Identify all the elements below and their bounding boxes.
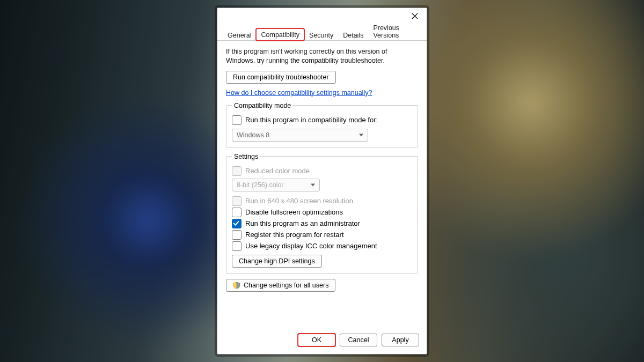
change-all-users-button[interactable]: Change settings for all users: [226, 279, 335, 292]
tab-body: If this program isn't working correctly …: [217, 41, 427, 329]
settings-group: Settings Reduced color mode 8-bit (256) …: [226, 153, 418, 274]
tab-compatibility[interactable]: Compatibility: [256, 28, 304, 41]
disable-fullscreen-checkbox[interactable]: [232, 208, 241, 217]
reduced-color-label: Reduced color mode: [245, 167, 310, 175]
close-icon: [412, 13, 418, 19]
low-res-label: Run in 640 x 480 screen resolution: [245, 197, 353, 205]
dialog-footer: OK Cancel Apply: [217, 329, 427, 354]
disable-fullscreen-label: Disable fullscreen optimizations: [245, 208, 343, 216]
tab-previous-versions[interactable]: Previous Versions: [368, 21, 427, 41]
register-restart-checkbox[interactable]: [232, 230, 241, 240]
manual-settings-link[interactable]: How do I choose compatibility settings m…: [226, 89, 418, 97]
compatibility-mode-legend: Compatibility mode: [232, 102, 293, 109]
settings-legend: Settings: [232, 153, 260, 160]
compat-mode-select[interactable]: Windows 8: [232, 129, 368, 142]
shield-icon: [233, 282, 240, 289]
tab-general[interactable]: General: [223, 29, 256, 41]
legacy-icc-label: Use legacy display ICC color management: [245, 242, 377, 250]
color-depth-select: 8-bit (256) color: [232, 179, 320, 191]
run-as-admin-label: Run this program as an administrator: [245, 219, 360, 227]
run-troubleshooter-button[interactable]: Run compatibility troubleshooter: [226, 71, 336, 84]
compat-mode-checkbox[interactable]: [232, 115, 241, 125]
dialog-shadow: General Compatibility Security Details P…: [215, 5, 429, 357]
cancel-button[interactable]: Cancel: [340, 334, 377, 346]
legacy-icc-checkbox[interactable]: [232, 241, 241, 251]
properties-dialog: General Compatibility Security Details P…: [217, 8, 427, 354]
apply-button[interactable]: Apply: [382, 334, 419, 346]
run-as-admin-checkbox[interactable]: [232, 219, 241, 228]
compatibility-mode-group: Compatibility mode Run this program in c…: [226, 102, 418, 147]
compat-mode-label: Run this program in compatibility mode f…: [245, 116, 378, 124]
intro-text: If this program isn't working correctly …: [226, 47, 418, 65]
tab-details[interactable]: Details: [338, 29, 368, 41]
ok-button[interactable]: OK: [298, 334, 335, 346]
change-dpi-button[interactable]: Change high DPI settings: [232, 255, 322, 268]
register-restart-label: Register this program for restart: [245, 231, 344, 239]
reduced-color-checkbox: [232, 166, 241, 176]
low-res-checkbox: [232, 196, 241, 206]
change-all-users-label: Change settings for all users: [244, 282, 328, 289]
tab-strip: General Compatibility Security Details P…: [217, 26, 427, 41]
tab-security[interactable]: Security: [304, 29, 338, 41]
